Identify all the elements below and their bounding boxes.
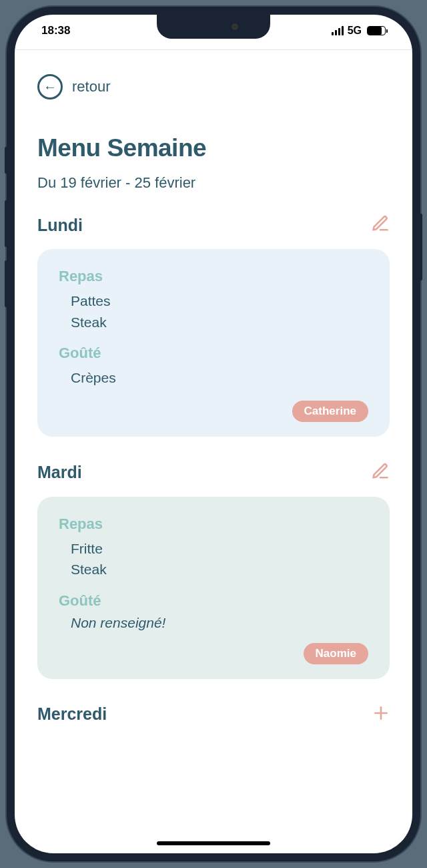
meal-item: Steak — [71, 559, 368, 580]
battery-icon — [367, 26, 386, 35]
meal-section-label: Repas — [59, 515, 368, 533]
day-header-mardi: Mardi — [37, 462, 390, 483]
meal-item: Steak — [71, 312, 368, 333]
phone-screen: 18:38 5G ← retour Menu Semaine — [15, 15, 412, 853]
content-area: ← retour Menu Semaine Du 19 février - 25… — [15, 50, 412, 724]
snack-empty: Non renseigné! — [59, 615, 368, 631]
network-label: 5G — [348, 25, 362, 37]
day-name: Mardi — [37, 463, 82, 482]
day-name: Mercredi — [37, 704, 107, 724]
status-time: 18:38 — [41, 24, 70, 37]
snack-item: Crèpes — [71, 367, 368, 389]
meal-item: Pattes — [71, 290, 368, 312]
volume-up-button — [5, 200, 7, 247]
back-button[interactable]: ← retour — [37, 74, 390, 99]
edit-icon[interactable] — [371, 214, 390, 236]
assignee-badge: Catherine — [292, 401, 368, 422]
day-card-lundi: Repas Pattes Steak Goûté Crèpes Catherin… — [37, 249, 390, 437]
signal-icon — [332, 26, 344, 35]
snack-section-label: Goûté — [59, 592, 368, 610]
side-button — [5, 147, 7, 174]
page-title: Menu Semaine — [37, 134, 390, 162]
assignee-row: Naomie — [59, 643, 368, 664]
snack-section-label: Goûté — [59, 345, 368, 362]
date-range: Du 19 février - 25 février — [37, 174, 390, 192]
home-indicator[interactable] — [157, 841, 270, 845]
edit-icon[interactable] — [371, 462, 390, 483]
assignee-row: Catherine — [59, 401, 368, 422]
assignee-badge: Naomie — [304, 643, 368, 664]
volume-down-button — [5, 260, 7, 307]
back-label: retour — [72, 78, 110, 95]
snack-list: Crèpes — [59, 367, 368, 389]
meal-list: Pattes Steak — [59, 290, 368, 333]
notch — [157, 15, 270, 39]
meal-item: Fritte — [71, 538, 368, 560]
day-header-mercredi: Mercredi — [37, 704, 390, 724]
power-button — [420, 214, 422, 280]
day-card-mardi: Repas Fritte Steak Goûté Non renseigné! … — [37, 497, 390, 679]
phone-frame: 18:38 5G ← retour Menu Semaine — [7, 7, 420, 861]
day-header-lundi: Lundi — [37, 214, 390, 236]
meal-section-label: Repas — [59, 268, 368, 285]
meal-list: Fritte Steak — [59, 538, 368, 580]
camera-dot — [232, 23, 238, 30]
arrow-left-icon: ← — [37, 74, 63, 99]
plus-icon[interactable] — [372, 704, 390, 724]
status-right: 5G — [332, 25, 386, 37]
day-name: Lundi — [37, 216, 83, 235]
